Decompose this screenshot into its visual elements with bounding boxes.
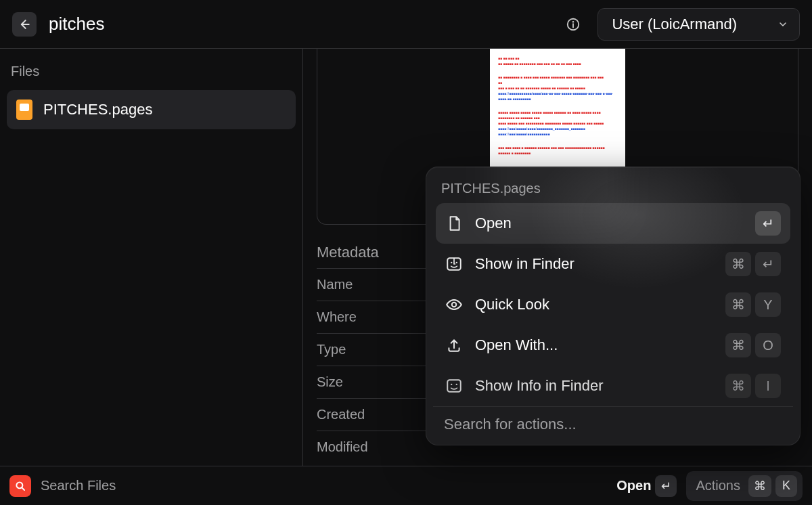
cmd-key-icon: ⌘ xyxy=(725,374,751,398)
svg-point-4 xyxy=(451,262,452,263)
user-select-label: User (LoicArmand) xyxy=(612,16,737,33)
cmd-key-icon: ⌘ xyxy=(725,252,751,276)
svg-point-9 xyxy=(456,384,457,385)
action-open-with[interactable]: Open With... ⌘ O xyxy=(436,325,790,366)
svg-rect-7 xyxy=(447,380,461,391)
search-icon xyxy=(14,480,26,492)
finder-icon xyxy=(445,255,463,273)
user-select[interactable]: User (LoicArmand) xyxy=(597,8,800,41)
svg-point-6 xyxy=(452,303,457,307)
info-button[interactable] xyxy=(561,12,585,37)
eye-icon xyxy=(445,296,463,313)
file-name: PITCHES.pages xyxy=(43,101,152,118)
svg-point-5 xyxy=(456,262,457,263)
action-label: Show Info in Finder xyxy=(475,377,713,395)
enter-key-icon: ↵ xyxy=(655,475,677,497)
y-key-icon: Y xyxy=(755,292,781,317)
info-icon xyxy=(566,17,581,32)
search-button[interactable] xyxy=(9,475,31,497)
action-quick-look[interactable]: Quick Look ⌘ Y xyxy=(436,284,790,325)
footer-actions[interactable]: Actions ⌘ K xyxy=(686,471,803,501)
finder-icon xyxy=(445,377,463,395)
enter-key-icon: ↵ xyxy=(755,252,781,276)
footer-actions-label: Actions xyxy=(692,478,744,493)
actions-search-input[interactable] xyxy=(443,415,784,434)
chevron-down-icon xyxy=(777,19,788,30)
back-button[interactable] xyxy=(12,12,37,37)
action-label: Show in Finder xyxy=(475,255,713,273)
action-label: Open With... xyxy=(475,336,713,354)
k-key-icon: K xyxy=(775,475,797,497)
header: pitches User (LoicArmand) xyxy=(0,0,812,49)
sidebar-heading: Files xyxy=(7,57,296,86)
action-show-info-in-finder[interactable]: Show Info in Finder ⌘ I xyxy=(436,366,790,406)
popup-title: PITCHES.pages xyxy=(433,177,793,203)
action-show-in-finder[interactable]: Show in Finder ⌘ ↵ xyxy=(436,244,790,284)
cmd-key-icon: ⌘ xyxy=(725,333,751,357)
svg-point-1 xyxy=(572,21,574,23)
footer: Search Files Open ↵ Actions ⌘ K xyxy=(0,466,812,505)
sidebar: Files PITCHES.pages xyxy=(0,49,303,466)
pages-file-icon xyxy=(16,100,32,120)
o-key-icon: O xyxy=(755,333,781,357)
popup-search xyxy=(433,406,793,445)
footer-open[interactable]: Open ↵ xyxy=(616,475,677,497)
page-title: pitches xyxy=(49,14,549,35)
actions-popup: PITCHES.pages Open ↵ Show in Finder ⌘ ↵ xyxy=(426,167,800,445)
action-label: Open xyxy=(475,215,743,232)
enter-key-icon: ↵ xyxy=(755,211,781,236)
popup-list: Open ↵ Show in Finder ⌘ ↵ Quick Look ⌘ Y xyxy=(433,203,793,406)
svg-point-8 xyxy=(451,384,452,385)
file-row[interactable]: PITCHES.pages xyxy=(7,90,296,129)
cmd-key-icon: ⌘ xyxy=(725,292,751,317)
action-label: Quick Look xyxy=(475,296,713,313)
upload-icon xyxy=(445,336,463,354)
action-open[interactable]: Open ↵ xyxy=(436,203,790,244)
file-icon xyxy=(445,215,463,232)
cmd-key-icon: ⌘ xyxy=(748,475,771,497)
search-placeholder[interactable]: Search Files xyxy=(41,478,599,493)
i-key-icon: I xyxy=(755,374,781,398)
footer-open-label: Open xyxy=(616,478,651,493)
